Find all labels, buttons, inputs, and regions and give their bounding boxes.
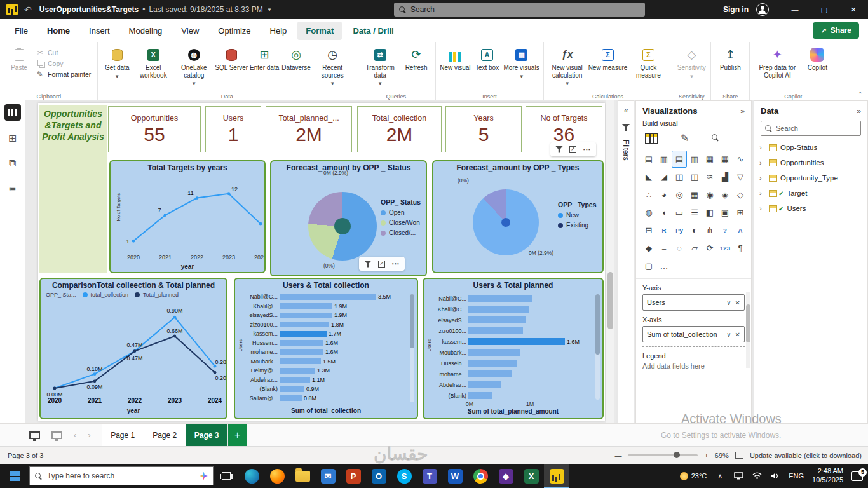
clustered-bar-chart-icon[interactable]: ▤ [672, 151, 687, 168]
kpi-card-total-planned-[interactable]: Total_planned_...2M [266, 106, 352, 152]
notifications-icon[interactable]: 5 [851, 471, 863, 481]
page-tab-page-3[interactable]: Page 3 [186, 424, 228, 447]
legend-item[interactable]: Open [381, 209, 421, 216]
metrics-icon[interactable]: ◆ [641, 240, 656, 257]
bar[interactable] [468, 349, 520, 356]
excel-taskbar-icon[interactable]: X [519, 464, 544, 488]
powerpoint-taskbar-icon[interactable]: P [341, 464, 366, 488]
bar[interactable] [468, 370, 512, 377]
weather-widget[interactable]: 23°C [680, 472, 707, 480]
paste-button[interactable]: Paste [4, 46, 34, 72]
bar[interactable] [280, 377, 310, 383]
bar[interactable] [280, 303, 332, 309]
power-bi-taskbar-icon[interactable] [544, 464, 569, 488]
legend-item[interactable]: Close/Won [381, 219, 421, 226]
bar[interactable] [280, 395, 302, 401]
bar[interactable] [280, 322, 329, 327]
report-page-view-icon[interactable] [29, 431, 40, 439]
kpi-icon[interactable]: ◧ [702, 204, 717, 221]
kpi-card-users[interactable]: Users1 [205, 106, 261, 152]
edge-taskbar-icon[interactable] [239, 464, 264, 488]
bar[interactable] [280, 331, 327, 337]
onelake-catalog-button[interactable]: ◍OneLake catalog▼ [174, 46, 214, 86]
funnel-chart-icon[interactable]: ▽ [733, 168, 748, 186]
dataverse-button[interactable]: ◎Dataverse [281, 46, 311, 72]
bar[interactable] [280, 349, 323, 355]
expand-chevron-icon[interactable]: › [759, 144, 766, 151]
tab-format[interactable]: Format [297, 22, 342, 40]
line-clustered-column-chart-icon[interactable]: ◫ [687, 168, 702, 186]
focus-mode-icon[interactable] [569, 146, 576, 153]
table-icon[interactable]: ⊞ [733, 204, 748, 221]
page-thumbnail-icon[interactable] [51, 431, 62, 439]
outlook-taskbar-icon[interactable]: O [366, 464, 391, 488]
gauge-icon[interactable]: ◖ [656, 204, 672, 221]
filter-icon[interactable] [364, 261, 372, 268]
bar[interactable] [468, 295, 532, 302]
legend-placeholder[interactable]: Add data fields here [636, 362, 751, 372]
tab-insert[interactable]: Insert [81, 22, 118, 40]
zoom-out-icon[interactable]: — [614, 452, 621, 459]
bar[interactable] [280, 340, 323, 346]
filters-panel-collapsed[interactable]: « Filters [618, 100, 634, 423]
chrome-taskbar-icon[interactable] [468, 464, 493, 488]
format-painter-button[interactable]: ✎Format painter [36, 70, 91, 79]
legend-item[interactable]: Closed/... [381, 229, 421, 236]
kpi-card-years[interactable]: Years5 [445, 106, 522, 152]
donut-chart-icon[interactable]: ◎ [672, 186, 687, 203]
report-page[interactable]: Opportunities &Targets and Profit Analys… [38, 103, 605, 421]
more-visuals-button[interactable]: ▦More visuals▼ [504, 46, 539, 79]
publish-button[interactable]: ↥Publish [715, 46, 745, 72]
expand-filters-icon[interactable]: « [624, 106, 628, 115]
data-table-target[interactable]: ›✓Target [754, 186, 867, 201]
report-view-icon[interactable] [4, 104, 21, 121]
bar[interactable] [280, 294, 376, 300]
focus-mode-icon[interactable] [378, 261, 385, 268]
bar[interactable] [468, 360, 517, 367]
quick-measure-button[interactable]: ΣQuick measure [628, 46, 668, 79]
button-visual-icon[interactable]: ▢ [641, 257, 656, 274]
copilot-button[interactable]: Copilot [802, 46, 832, 72]
minimize-button[interactable]: — [780, 0, 810, 19]
expand-chevron-icon[interactable]: › [759, 174, 766, 182]
bar[interactable] [280, 313, 332, 318]
language-indicator[interactable]: ENG [789, 472, 804, 480]
tab-optimize[interactable]: Optimize [210, 22, 259, 40]
x-axis-field-total-collection[interactable]: Sum of total_collection ∨ ✕ [642, 326, 745, 342]
transform-data-button[interactable]: ⇄Transform data▼ [360, 46, 400, 86]
legend-item[interactable]: total_collection [83, 292, 129, 298]
canvas-scrollbar[interactable] [606, 100, 614, 423]
refresh-button[interactable]: ⟳Refresh [401, 46, 431, 72]
collapse-panel-icon[interactable]: » [857, 107, 861, 116]
qna-icon[interactable]: ? [717, 222, 733, 239]
visual-scrollbar[interactable] [595, 294, 600, 400]
fit-to-page-icon[interactable] [735, 452, 743, 459]
100-stacked-bar-chart-icon[interactable]: ▦ [702, 151, 717, 168]
word-taskbar-icon[interactable]: W [442, 464, 468, 488]
start-button[interactable] [0, 464, 29, 488]
report-title-block[interactable]: Opportunities &Targets and Profit Analys… [39, 105, 107, 273]
expand-chevron-icon[interactable]: › [759, 189, 766, 197]
zoom-slider[interactable] [628, 454, 698, 456]
undo-icon[interactable]: ↶ [24, 4, 32, 15]
firefox-taskbar-icon[interactable] [264, 464, 290, 488]
tab-view[interactable]: View [173, 22, 207, 40]
smart-narrative-icon[interactable]: A [733, 222, 748, 239]
paginated-report-icon[interactable]: ≡ [656, 240, 672, 257]
new-page-button[interactable]: + [228, 424, 247, 447]
field-dropdown-icon[interactable]: ∨ [726, 299, 731, 306]
show-hidden-icons-chevron[interactable]: ∧ [715, 471, 725, 481]
key-influencers-icon[interactable]: ◐ [687, 222, 702, 239]
skype-taskbar-icon[interactable]: S [391, 464, 417, 488]
100-stacked-column-chart-icon[interactable]: ▦ [717, 151, 733, 168]
collapse-ribbon-icon[interactable]: ⌃ [858, 91, 863, 98]
maximize-button[interactable]: ▢ [810, 0, 839, 19]
display-icon[interactable] [733, 471, 743, 481]
clustered-column-chart-icon[interactable]: ▥ [687, 151, 702, 168]
tab-home[interactable]: Home [39, 22, 78, 40]
card-icon[interactable]: ▭ [672, 204, 687, 221]
data-table-opportunities[interactable]: ›Opportunities [754, 155, 867, 170]
more-options-icon[interactable]: ⋯ [391, 259, 400, 268]
tab-help[interactable]: Help [262, 22, 295, 40]
kpi-card-opportunities[interactable]: Opportunities55 [108, 106, 201, 152]
